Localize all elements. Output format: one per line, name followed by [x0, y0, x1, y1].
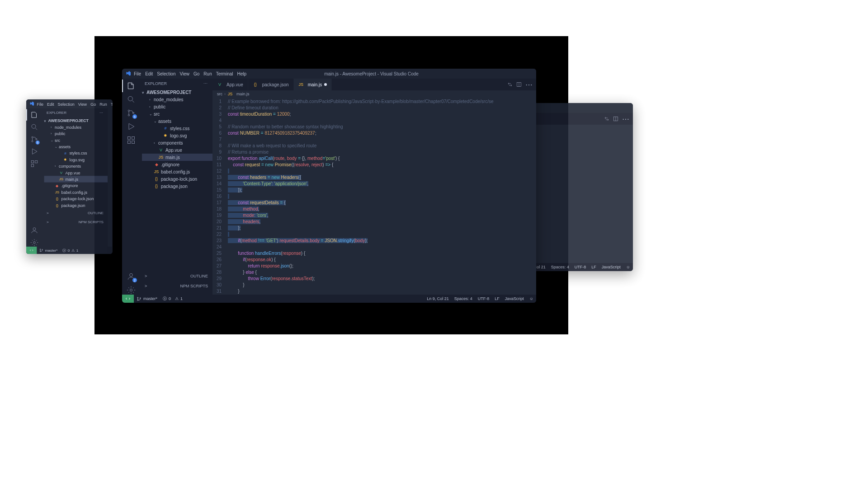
- accounts-icon[interactable]: 2: [127, 272, 136, 281]
- editor-tab[interactable]: {}package.json: [248, 79, 294, 90]
- title-bar: FileEditSelectionViewGoRunTerminalHelp m…: [122, 69, 536, 79]
- explorer-more-icon[interactable]: ⋯: [99, 111, 104, 115]
- menu-item[interactable]: Run: [203, 71, 212, 76]
- sidebar: EXPLORER⋯ vAWESOMEPROJECT ›node_modules›…: [140, 79, 212, 295]
- compare-icon[interactable]: [604, 116, 609, 122]
- tree-item[interactable]: ›node_modules: [44, 124, 108, 130]
- tree-item[interactable]: ⌄src: [142, 110, 212, 117]
- project-name[interactable]: AWESOMEPROJECT: [48, 118, 89, 123]
- debug-icon[interactable]: [30, 147, 38, 155]
- split-icon[interactable]: [516, 82, 522, 87]
- tree-item[interactable]: {}package.json: [44, 202, 108, 208]
- npm-section[interactable]: NPM SCRIPTS: [79, 220, 104, 224]
- tree-item[interactable]: ⌄assets: [44, 143, 108, 150]
- remote-button[interactable]: [122, 295, 134, 303]
- code-lines[interactable]: // Example borrowed from: https://github…: [225, 98, 536, 295]
- menu-item[interactable]: Selection: [157, 71, 175, 76]
- split-icon[interactable]: [613, 116, 618, 122]
- crumb-item[interactable]: src: [217, 92, 222, 96]
- tree-item[interactable]: ✸logo.svg: [44, 156, 108, 163]
- outline-section[interactable]: >OUTLINE: [140, 271, 212, 281]
- tree-item[interactable]: ›node_modules: [142, 96, 212, 103]
- tree-item[interactable]: ›public: [44, 130, 108, 136]
- tree-item[interactable]: ✸logo.svg: [142, 132, 212, 139]
- lang-status[interactable]: JavaScript: [502, 296, 527, 301]
- tree-item[interactable]: {}package-lock.json: [44, 195, 108, 202]
- spaces-status[interactable]: Spaces: 4: [452, 296, 475, 301]
- tree-item[interactable]: VApp.vue: [44, 169, 108, 176]
- tree-item[interactable]: JSbabel.config.js: [142, 168, 212, 175]
- more-icon[interactable]: ⋯: [622, 115, 629, 123]
- tree-item[interactable]: ›components: [44, 163, 108, 169]
- tree-item[interactable]: JSmain.js: [44, 176, 108, 182]
- search-icon[interactable]: [127, 95, 136, 104]
- explorer-icon[interactable]: [30, 111, 38, 119]
- eol-status[interactable]: LF: [492, 296, 502, 301]
- menu-item[interactable]: Run: [99, 102, 107, 106]
- editor-tab[interactable]: VApp.vue: [212, 79, 248, 90]
- menu-item[interactable]: Terminal: [111, 102, 113, 106]
- debug-icon[interactable]: [127, 122, 136, 131]
- crumb-item[interactable]: main.js: [236, 92, 250, 96]
- menu-bar[interactable]: FileEditSelectionViewGoRunTerminalHelp: [134, 71, 246, 76]
- cursor-pos[interactable]: Ln 9, Col 21: [424, 296, 452, 301]
- tree-item[interactable]: #styles.css: [142, 125, 212, 132]
- branch-status[interactable]: master*: [37, 248, 60, 252]
- svg-rect-20: [132, 141, 135, 144]
- scm-icon[interactable]: 6: [30, 135, 38, 143]
- tree-item[interactable]: ›components: [142, 139, 212, 146]
- more-icon[interactable]: ⋯: [525, 80, 533, 89]
- extensions-icon[interactable]: [127, 136, 136, 145]
- search-icon[interactable]: [30, 123, 38, 131]
- feedback-icon[interactable]: ☺: [527, 296, 536, 301]
- tab-actions[interactable]: ⋯: [600, 113, 633, 125]
- problems-status[interactable]: ⓧ 0 ⚠ 1: [60, 248, 81, 253]
- scm-icon[interactable]: 6: [127, 108, 136, 117]
- encoding-status[interactable]: UTF-8: [475, 296, 492, 301]
- menu-item[interactable]: Go: [90, 102, 96, 106]
- settings-icon[interactable]: [30, 239, 38, 247]
- explorer-icon[interactable]: [127, 81, 136, 90]
- code-editor[interactable]: 1234567891011121314151617181920212223242…: [212, 98, 536, 295]
- menu-item[interactable]: View: [78, 102, 87, 106]
- tree-item[interactable]: {}package-lock.json: [142, 175, 212, 183]
- menu-item[interactable]: Selection: [58, 102, 75, 106]
- problems-status[interactable]: ⓧ 0 ⚠ 1: [160, 296, 185, 302]
- editor-tab[interactable]: JSmain.js: [294, 79, 332, 90]
- menu-item[interactable]: View: [180, 71, 190, 76]
- compare-icon[interactable]: [507, 82, 513, 87]
- branch-status[interactable]: master*: [134, 296, 160, 301]
- outline-section[interactable]: OUTLINE: [88, 211, 104, 215]
- breadcrumbs[interactable]: src › JS main.js: [212, 90, 536, 98]
- lang-status[interactable]: JavaScript: [599, 265, 623, 269]
- tree-item[interactable]: JSmain.js: [142, 154, 212, 161]
- spaces-status[interactable]: Spaces: 4: [548, 265, 572, 269]
- menu-item[interactable]: File: [134, 71, 141, 76]
- tree-item[interactable]: ◆.gitignore: [44, 183, 108, 189]
- tree-item[interactable]: ◆.gitignore: [142, 161, 212, 168]
- tree-item[interactable]: {}package.json: [142, 183, 212, 190]
- accounts-icon[interactable]: [30, 226, 38, 235]
- project-root[interactable]: vAWESOMEPROJECT: [140, 89, 212, 96]
- menu-item[interactable]: Help: [237, 71, 247, 76]
- encoding-status[interactable]: UTF-8: [572, 265, 589, 269]
- menu-item[interactable]: File: [37, 102, 43, 106]
- tree-item[interactable]: #styles.css: [44, 150, 108, 156]
- menu-item[interactable]: Go: [193, 71, 199, 76]
- menu-item[interactable]: Terminal: [216, 71, 233, 76]
- tree-item[interactable]: ›public: [142, 103, 212, 110]
- remote-button[interactable]: [26, 247, 37, 254]
- menu-bar[interactable]: FileEditSelectionViewGoRunTerminalHelp: [37, 102, 112, 106]
- tree-item[interactable]: ⌄assets: [142, 117, 212, 125]
- feedback-icon[interactable]: ☺: [623, 265, 633, 269]
- menu-item[interactable]: Edit: [145, 71, 153, 76]
- npm-section[interactable]: >NPM SCRIPTS: [140, 281, 212, 291]
- extensions-icon[interactable]: [30, 160, 38, 168]
- explorer-more-icon[interactable]: ⋯: [203, 81, 208, 86]
- tree-item[interactable]: ⌄src: [44, 137, 108, 143]
- tree-item[interactable]: VApp.vue: [142, 146, 212, 154]
- menu-item[interactable]: Edit: [47, 102, 54, 106]
- eol-status[interactable]: LF: [589, 265, 599, 269]
- settings-icon[interactable]: [127, 286, 136, 295]
- tree-item[interactable]: JSbabel.config.js: [44, 189, 108, 195]
